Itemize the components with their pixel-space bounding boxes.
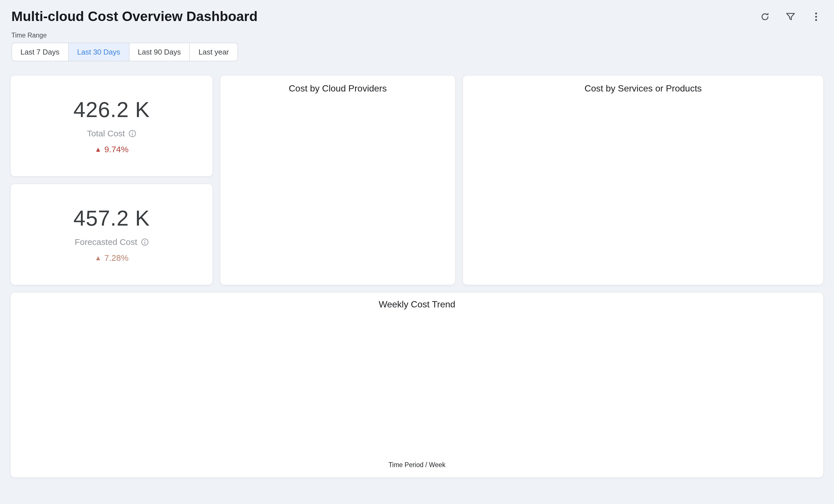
time-range-last-90-days[interactable]: Last 90 Days (129, 43, 190, 61)
header: Multi-cloud Cost Overview Dashboard (0, 0, 834, 25)
stat-label-text: Total Cost (87, 128, 125, 138)
forecasted-cost-label: Forecasted Cost (75, 237, 149, 247)
time-range-last-30-days[interactable]: Last 30 Days (68, 43, 129, 61)
total-cost-label: Total Cost (87, 128, 136, 138)
services-chart-title: Cost by Services or Products (463, 75, 823, 94)
dashboard: Multi-cloud Cost Overview Dashboard Tim (0, 0, 834, 504)
weekly-trend-card: Weekly Cost Trend Time Period / Week (10, 292, 824, 478)
refresh-button[interactable] (759, 10, 771, 23)
info-icon[interactable] (128, 129, 136, 137)
refresh-icon (760, 12, 770, 22)
providers-chart-title: Cost by Cloud Providers (220, 75, 455, 94)
info-icon[interactable] (140, 238, 149, 246)
services-chart-body (463, 94, 823, 285)
delta-value: 7.28% (104, 253, 128, 263)
time-range-button-group: Last 7 Days Last 30 Days Last 90 Days La… (12, 43, 238, 61)
forecasted-cost-delta: ▲ 7.28% (95, 253, 129, 263)
stat-column: 426.2 K Total Cost ▲ 9.74% 457.2 K (10, 75, 213, 285)
total-cost-delta: ▲ 9.74% (95, 144, 129, 154)
total-cost-value: 426.2 K (73, 98, 150, 122)
header-actions (759, 10, 822, 23)
providers-chart-body (220, 94, 455, 285)
time-range-last-7-days[interactable]: Last 7 Days (12, 43, 68, 61)
services-chart-card: Cost by Services or Products (462, 75, 824, 285)
providers-chart-card: Cost by Cloud Providers (220, 75, 456, 285)
delta-value: 9.74% (104, 144, 128, 154)
time-range-label: Time Range (12, 32, 822, 39)
filter-icon (785, 12, 796, 22)
kebab-menu-icon (811, 12, 821, 22)
total-cost-card: 426.2 K Total Cost ▲ 9.74% (10, 75, 213, 177)
page-title: Multi-cloud Cost Overview Dashboard (12, 8, 258, 25)
time-range-last-year[interactable]: Last year (190, 43, 238, 61)
services-sunburst-chart[interactable] (558, 104, 728, 275)
time-range-section: Time Range Last 7 Days Last 30 Days Last… (12, 32, 822, 61)
kpi-and-charts-row: 426.2 K Total Cost ▲ 9.74% 457.2 K (10, 75, 824, 285)
weekly-trend-line-chart[interactable] (19, 311, 832, 461)
forecasted-cost-value: 457.2 K (73, 206, 150, 231)
forecasted-cost-card: 457.2 K Forecasted Cost ▲ 7.28% (10, 183, 213, 285)
delta-up-icon: ▲ (95, 254, 102, 262)
delta-up-icon: ▲ (95, 145, 102, 153)
stat-label-text: Forecasted Cost (75, 237, 137, 247)
providers-donut-chart[interactable] (229, 107, 391, 271)
x-axis-label: Time Period / Week (19, 461, 815, 468)
more-options-button[interactable] (810, 10, 822, 23)
filter-button[interactable] (784, 10, 797, 23)
weekly-trend-title: Weekly Cost Trend (19, 298, 815, 310)
